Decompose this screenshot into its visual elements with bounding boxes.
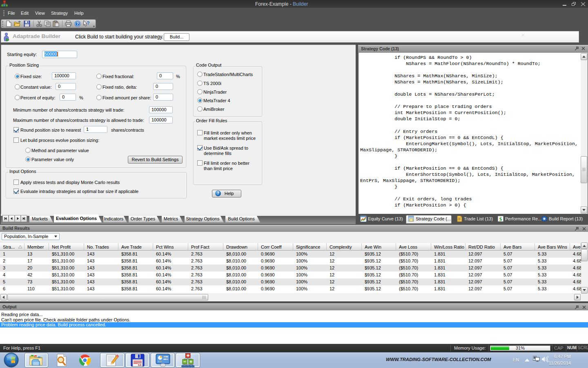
svg-text:?: ? <box>76 22 79 26</box>
svg-text:?: ? <box>87 20 89 26</box>
svg-text:$: $ <box>499 216 502 222</box>
svg-text:64: 64 <box>138 364 141 367</box>
